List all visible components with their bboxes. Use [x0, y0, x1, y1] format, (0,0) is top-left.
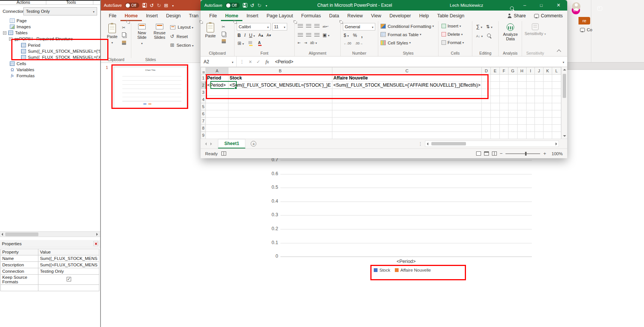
clipboard-dialog-launcher[interactable] [199, 20, 203, 24]
formula-value[interactable]: <Period> [275, 59, 294, 64]
scroll-down-icon[interactable] [563, 135, 566, 137]
row-header-6[interactable]: 6 [201, 110, 206, 118]
grid-row-6[interactable]: 6 [201, 110, 561, 118]
grid-row-8[interactable]: 8 [201, 125, 561, 132]
alignment-dialog-launcher[interactable] [294, 20, 297, 24]
ppt-autosave-toggle[interactable]: Off [125, 3, 139, 8]
row-header-3[interactable]: 3 [201, 89, 206, 96]
spreadsheet-grid[interactable]: A B C D E F G H I J K L 1 Period Stock [201, 67, 561, 139]
select-all-corner[interactable] [201, 67, 206, 75]
legend-item-affaire[interactable]: Affaire Nouvelle [395, 268, 431, 272]
column-header-J[interactable]: J [535, 67, 543, 75]
delete-cells-button[interactable]: Delete [442, 32, 463, 37]
format-cells-button[interactable]: Format [442, 40, 464, 45]
zoom-level[interactable]: 100% [549, 151, 563, 156]
close-button[interactable] [550, 0, 567, 11]
ribbon-options-icon[interactable] [597, 6, 602, 11]
conditional-formatting-button[interactable]: Conditional Formatting [381, 24, 434, 29]
formula-bar-splitter[interactable] [240, 59, 244, 64]
undo-icon[interactable] [150, 3, 154, 8]
macro-record-icon[interactable] [221, 151, 226, 156]
quick-access-dropdown-icon[interactable] [171, 3, 174, 8]
comments-button[interactable]: Comments [530, 13, 567, 18]
grid-row-3[interactable]: 3 [201, 89, 561, 96]
align-bottom-icon[interactable] [314, 24, 320, 28]
collapse-icon[interactable] [9, 37, 12, 41]
column-header-I[interactable]: I [526, 67, 534, 75]
font-size-combo[interactable]: 11 [272, 23, 287, 31]
sheet-prev-icon[interactable] [205, 142, 207, 145]
column-header-A[interactable]: A [206, 67, 228, 75]
save-icon[interactable] [142, 3, 147, 8]
addin-hscrollbar[interactable] [0, 231, 100, 237]
sort-filter-icon[interactable] [486, 24, 492, 29]
share-button[interactable]: Share [504, 13, 530, 18]
tab-view[interactable]: View [367, 11, 385, 21]
sheet-hscrollbar[interactable] [425, 141, 559, 147]
minimize-button[interactable] [517, 0, 533, 11]
tab-table-design[interactable]: Table Design [433, 11, 468, 21]
keep-source-formats-checkbox[interactable] [67, 277, 71, 281]
titlebar-user-name[interactable]: Lech Miszkiewicz [450, 3, 483, 8]
grid-row-7[interactable]: 7 [201, 118, 561, 125]
cell-A1[interactable]: Period [206, 75, 228, 82]
tab-page-layout[interactable]: Page Layout [262, 11, 297, 21]
cell-A2[interactable]: <Period> [206, 82, 228, 89]
paste-button[interactable]: Paste [204, 23, 217, 38]
copy-icon[interactable] [222, 32, 225, 36]
cell-B2[interactable]: <Sum({_FLUX_STOCK_MENSUEL={'STOCK'}_}E [228, 82, 332, 89]
redo-icon[interactable] [257, 3, 262, 8]
chart-x-label[interactable]: <Period> [384, 259, 429, 264]
zoom-out-icon[interactable]: − [500, 151, 503, 156]
layout-button[interactable]: Layout [170, 25, 193, 29]
accounting-format-icon[interactable] [344, 33, 349, 38]
vscrollbar-thumb[interactable] [563, 74, 566, 98]
tree-item-cells[interactable]: Cells [0, 61, 100, 67]
hscrollbar-thumb[interactable] [431, 142, 466, 145]
tab-help[interactable]: Help [415, 11, 433, 21]
ppt-tab-home[interactable]: Home [120, 11, 142, 21]
ppt-titlebar[interactable]: AutoSave Off [101, 0, 201, 11]
ppt-tab-transitions[interactable]: Tran [185, 11, 201, 21]
tree-item-period[interactable]: Period [0, 42, 100, 48]
undo-icon[interactable] [250, 3, 254, 8]
find-select-icon[interactable] [487, 33, 492, 38]
zoom-in-icon[interactable]: + [543, 151, 546, 156]
quick-access-dropdown-icon[interactable] [265, 3, 267, 8]
scroll-up-icon[interactable] [563, 69, 566, 70]
grid-row-9[interactable]: 9 [201, 132, 561, 139]
row-header-5[interactable]: 5 [201, 103, 206, 110]
row-header-7[interactable]: 7 [201, 118, 206, 125]
fx-icon[interactable] [265, 59, 269, 65]
collapse-ribbon-icon[interactable] [557, 49, 561, 53]
row-header-9[interactable]: 9 [201, 132, 206, 139]
excel-autosave-toggle[interactable]: Off [225, 3, 240, 8]
autosum-icon[interactable] [476, 24, 482, 29]
cut-icon[interactable] [122, 25, 125, 30]
legend-item-stock[interactable]: Stock [374, 268, 390, 272]
excel-titlebar[interactable]: AutoSave Off Chart in Microsoft PowerPoi… [201, 0, 567, 11]
redo-icon[interactable] [157, 3, 161, 8]
chart-legend[interactable]: Stock Affaire Nouvelle [374, 268, 431, 272]
merge-center-icon[interactable] [323, 32, 329, 38]
column-header-B[interactable]: B [228, 67, 332, 75]
name-box[interactable]: A2 [201, 57, 237, 67]
property-row-description[interactable]: Description Sum({<FLUX_STOCK_MENS [1, 262, 99, 268]
reset-button[interactable]: Reset [170, 34, 188, 39]
cell-styles-button[interactable]: Cell Styles [381, 40, 411, 45]
connection-dropdown[interactable]: Testing Only [23, 7, 97, 15]
grid-row-4[interactable]: 4 [201, 96, 561, 103]
column-header-D[interactable]: D [482, 67, 491, 75]
format-painter-icon[interactable] [122, 41, 126, 45]
menu-tools[interactable]: Tools [66, 0, 76, 5]
tab-home[interactable]: Home [221, 11, 242, 21]
tab-file[interactable]: File [205, 11, 221, 21]
sheet-tab-sheet1[interactable]: Sheet1 [218, 139, 245, 148]
scroll-left-icon[interactable] [2, 233, 3, 236]
paste-dropdown-icon[interactable] [111, 40, 113, 44]
wrap-text-icon[interactable] [323, 24, 329, 28]
increase-decimal-icon[interactable]: ←.00 [344, 41, 351, 45]
expand-formula-bar-icon[interactable] [563, 59, 564, 64]
grid-row-1[interactable]: 1 Period Stock Affaire Nouvelle [201, 75, 561, 82]
ppt-tab-file[interactable]: File [105, 11, 120, 21]
